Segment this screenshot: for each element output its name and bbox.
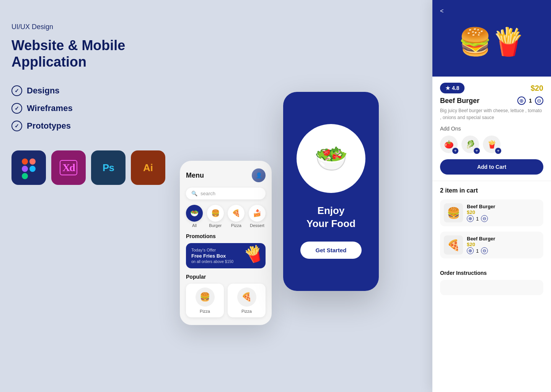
adobe-xd-icon: Xd	[51, 150, 86, 185]
cart-section: 2 item in cart 🍔 Beef Burger $20 ⊕ 1 ⊖ 🍕…	[432, 181, 551, 270]
qty-decrease-button[interactable]: ⊖	[535, 96, 543, 105]
cart-item-2-name: Beef Burger	[467, 236, 540, 242]
order-instructions-label: Order Instructions	[432, 270, 551, 276]
addon-fries[interactable]: 🍟 +	[483, 136, 500, 153]
promo-card[interactable]: Today's Offer Free Fries Box on all orde…	[186, 243, 266, 268]
search-placeholder: search	[201, 191, 215, 196]
quantity-value: 1	[529, 98, 532, 104]
cart-item-1-name: Beef Burger	[467, 204, 540, 209]
promotions-label: Promotions	[186, 233, 266, 239]
menu-title: Menu	[186, 172, 204, 180]
feature-prototypes: ✓ Prototypes	[11, 121, 184, 131]
feature-designs: ✓ Designs	[11, 85, 184, 96]
addons-row: 🍅 + 🥬 + 🍟 +	[440, 136, 543, 153]
price-tag: $20	[531, 84, 543, 93]
item-description: Big juicy Beef burger with cheese, lettu…	[440, 107, 543, 121]
popular-item-1[interactable]: 🍔 Pizza	[186, 284, 224, 317]
feature-wireframes: ✓ Wireframes	[11, 103, 184, 114]
cart-2-increase[interactable]: ⊕	[467, 247, 474, 254]
item-name-row: Beef Burger ⊕ 1 ⊖	[440, 96, 543, 105]
cat-pizza[interactable]: 🍕 Pizza	[228, 205, 245, 228]
cart-2-decrease[interactable]: ⊖	[481, 247, 488, 254]
subtitle: UI/UX Design	[11, 23, 184, 31]
popular-label: Popular	[186, 274, 266, 280]
avatar: 👤	[252, 168, 266, 182]
enjoy-text: Enjoy Your Food	[306, 204, 355, 230]
rating-badge: ★ 4.8	[440, 83, 465, 93]
cart-1-increase[interactable]: ⊕	[467, 215, 474, 222]
cat-all[interactable]: 🥗 All	[186, 205, 203, 228]
search-bar[interactable]: 🔍 search	[186, 188, 266, 199]
cart-item-1-image: 🍔	[444, 203, 463, 222]
addons-label: Add Ons	[440, 126, 543, 132]
qty-increase-button[interactable]: ⊕	[517, 96, 526, 105]
addon-sauce[interactable]: 🍅 +	[440, 136, 458, 153]
cart-item-2-qty: ⊕ 1 ⊖	[467, 247, 540, 254]
menu-header: Menu 👤	[186, 168, 266, 182]
photoshop-icon: Ps	[91, 150, 126, 185]
cart-title: 2 item in cart	[440, 187, 543, 194]
feature-list: ✓ Designs ✓ Wireframes ✓ Prototypes	[11, 85, 184, 131]
illustrator-icon: Ai	[131, 150, 165, 185]
cart-1-decrease[interactable]: ⊖	[481, 215, 488, 222]
cat-burger[interactable]: 🍔 Burger	[207, 205, 224, 228]
order-instructions-input[interactable]	[440, 280, 543, 295]
main-title: Website & Mobile Application	[11, 37, 184, 70]
check-icon-designs: ✓	[11, 85, 22, 96]
cart-item-1-qty: ⊕ 1 ⊖	[467, 215, 540, 222]
back-button[interactable]: <	[440, 8, 443, 15]
burger-hero-image: 🍔🍟	[440, 18, 543, 65]
check-icon-wireframes: ✓	[11, 103, 22, 114]
add-to-cart-button[interactable]: Add to Cart	[440, 159, 543, 175]
cat-dessert[interactable]: 🍰 Dessert	[249, 205, 266, 228]
right-header: < 🍔🍟	[432, 0, 551, 77]
tool-icons: Xd Ps Ai	[11, 150, 184, 185]
cart-item-2-image: 🍕	[444, 235, 463, 255]
search-icon: 🔍	[191, 191, 197, 196]
popular-item-2[interactable]: 🍕 Pizza	[228, 284, 266, 317]
food-plate: 🥗	[297, 124, 365, 193]
item-detail: Beef Burger ⊕ 1 ⊖ Big juicy Beef burger …	[432, 96, 551, 181]
get-started-button[interactable]: Get Started	[300, 242, 362, 259]
addon-lettuce[interactable]: 🥬 +	[461, 136, 479, 153]
cart-item-1-price: $20	[467, 209, 540, 215]
cart-item-1: 🍔 Beef Burger $20 ⊕ 1 ⊖	[440, 199, 543, 226]
item-name: Beef Burger	[440, 97, 479, 105]
figma-icon	[11, 150, 46, 185]
big-phone: 🥗 Enjoy Your Food Get Started	[283, 92, 379, 291]
right-panel: < 🍔🍟 ★ 4.8 $20 Beef Burger ⊕ 1 ⊖ Big jui…	[432, 0, 551, 392]
left-section: UI/UX Design Website & Mobile Applicatio…	[11, 23, 184, 185]
popular-grid: 🍔 Pizza 🍕 Pizza	[186, 284, 266, 317]
menu-phone: Menu 👤 🔍 search 🥗 All 🍔 Burger 🍕 Pizza 🍰…	[180, 161, 272, 325]
cart-item-2-price: $20	[467, 242, 540, 247]
category-row: 🥗 All 🍔 Burger 🍕 Pizza 🍰 Dessert	[186, 205, 266, 228]
cart-item-2: 🍕 Beef Burger $20 ⊕ 1 ⊖	[440, 232, 543, 258]
check-icon-prototypes: ✓	[11, 121, 22, 131]
rating-price-row: ★ 4.8 $20	[432, 77, 551, 96]
quantity-control: ⊕ 1 ⊖	[517, 96, 543, 105]
